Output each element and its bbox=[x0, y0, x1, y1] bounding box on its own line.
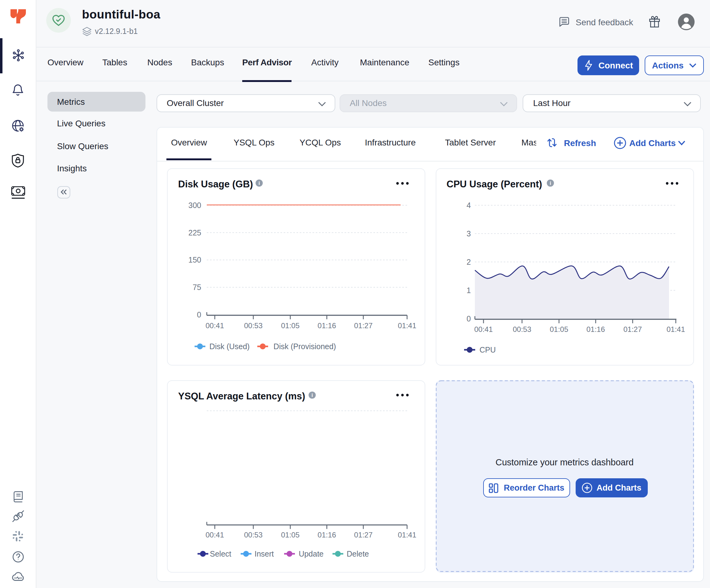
svg-text:3: 3 bbox=[466, 229, 471, 238]
svg-text:01:41: 01:41 bbox=[398, 531, 416, 539]
svg-text:01:05: 01:05 bbox=[281, 531, 300, 539]
svg-text:01:41: 01:41 bbox=[666, 325, 685, 333]
svg-text:00:41: 00:41 bbox=[474, 325, 493, 333]
svg-text:CPU: CPU bbox=[479, 346, 496, 354]
svg-text:01:16: 01:16 bbox=[586, 325, 605, 333]
svg-text:00:41: 00:41 bbox=[206, 531, 224, 539]
svg-text:1: 1 bbox=[466, 286, 471, 295]
svg-text:00:41: 00:41 bbox=[206, 322, 224, 330]
svg-text:75: 75 bbox=[193, 283, 201, 291]
svg-text:01:27: 01:27 bbox=[623, 325, 642, 333]
svg-text:i: i bbox=[259, 180, 260, 186]
svg-text:01:27: 01:27 bbox=[354, 322, 373, 330]
svg-text:01:05: 01:05 bbox=[281, 322, 300, 330]
svg-text:Disk (Provisioned): Disk (Provisioned) bbox=[274, 342, 336, 351]
svg-text:4: 4 bbox=[466, 201, 471, 210]
svg-text:Disk (Used): Disk (Used) bbox=[210, 342, 250, 351]
svg-text:225: 225 bbox=[188, 228, 201, 237]
svg-text:i: i bbox=[311, 392, 313, 398]
svg-text:01:27: 01:27 bbox=[354, 531, 373, 539]
svg-text:Delete: Delete bbox=[347, 549, 369, 558]
svg-text:0: 0 bbox=[466, 314, 471, 323]
svg-text:01:16: 01:16 bbox=[318, 531, 336, 539]
svg-text:01:16: 01:16 bbox=[318, 322, 336, 330]
svg-text:01:41: 01:41 bbox=[398, 322, 416, 330]
svg-text:i: i bbox=[549, 180, 551, 186]
svg-text:300: 300 bbox=[188, 201, 201, 210]
svg-text:00:53: 00:53 bbox=[244, 531, 263, 539]
svg-text:Insert: Insert bbox=[255, 549, 274, 558]
svg-text:00:53: 00:53 bbox=[244, 322, 263, 330]
svg-text:Select: Select bbox=[210, 549, 232, 558]
svg-text:150: 150 bbox=[188, 256, 201, 264]
svg-text:00:53: 00:53 bbox=[513, 325, 531, 333]
svg-text:2: 2 bbox=[466, 258, 471, 266]
svg-text:0: 0 bbox=[197, 310, 201, 319]
svg-text:Update: Update bbox=[299, 549, 324, 558]
svg-text:01:05: 01:05 bbox=[549, 325, 568, 333]
